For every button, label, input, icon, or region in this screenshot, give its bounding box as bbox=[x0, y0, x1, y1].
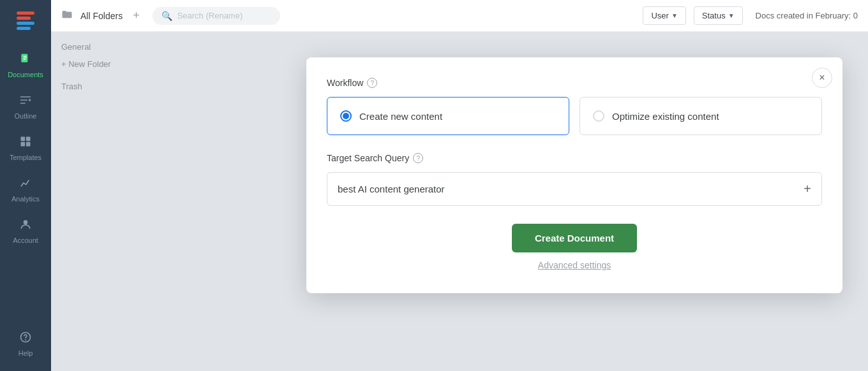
user-filter-button[interactable]: User ▼ bbox=[643, 6, 685, 25]
target-query-label-text: Target Search Query bbox=[327, 153, 409, 163]
outline-icon bbox=[19, 94, 32, 110]
svg-rect-2 bbox=[24, 57, 27, 58]
target-query-help-icon[interactable]: ? bbox=[413, 153, 423, 163]
workflow-field-label: Workflow ? bbox=[327, 78, 822, 88]
user-filter-label: User bbox=[651, 11, 668, 20]
search-query-input[interactable] bbox=[338, 184, 798, 194]
optimize-label: Optimize existing content bbox=[612, 111, 719, 122]
search-query-add-button[interactable]: + bbox=[804, 182, 811, 196]
create-document-button[interactable]: Create Document bbox=[512, 224, 637, 252]
workflow-options: Create new content Optimize existing con… bbox=[327, 97, 822, 135]
svg-point-4 bbox=[29, 99, 31, 101]
status-filter-button[interactable]: Status ▼ bbox=[694, 6, 743, 25]
modal-close-button[interactable]: × bbox=[812, 68, 832, 88]
sidebar-item-templates[interactable]: Templates bbox=[0, 127, 51, 169]
svg-rect-1 bbox=[24, 56, 27, 57]
sidebar-item-templates-label: Templates bbox=[10, 154, 41, 161]
sidebar-item-documents-label: Documents bbox=[8, 71, 43, 78]
advanced-settings-button[interactable]: Advanced settings bbox=[538, 260, 611, 270]
search-query-field[interactable]: + bbox=[327, 172, 822, 206]
topbar: All Folders + 🔍 Search (Rename) User ▼ S… bbox=[51, 0, 868, 32]
modal-actions: Create Document Advanced settings bbox=[327, 224, 822, 270]
sidebar-item-account-label: Account bbox=[13, 236, 38, 244]
svg-rect-7 bbox=[21, 142, 26, 147]
create-content-modal: × Workflow ? Create new content Optimize… bbox=[306, 57, 842, 293]
status-filter-chevron: ▼ bbox=[728, 12, 735, 19]
workflow-label-text: Workflow bbox=[327, 78, 363, 88]
optimize-existing-option[interactable]: Optimize existing content bbox=[580, 97, 822, 135]
svg-rect-3 bbox=[24, 59, 26, 60]
search-placeholder: Search (Rename) bbox=[177, 11, 243, 20]
sidebar-item-analytics[interactable]: Analytics bbox=[0, 169, 51, 210]
sidebar-item-documents[interactable]: Documents bbox=[0, 45, 51, 86]
analytics-icon bbox=[19, 177, 32, 193]
main-area: All Folders + 🔍 Search (Rename) User ▼ S… bbox=[51, 0, 868, 371]
app-logo bbox=[11, 6, 40, 34]
sidebar: Documents Outline Templates Analytics Ac… bbox=[0, 0, 51, 371]
topbar-folder-title: All Folders bbox=[80, 11, 123, 21]
content-area: General + New Folder Trash × Workflow ? … bbox=[51, 32, 868, 371]
add-folder-button[interactable]: + bbox=[133, 9, 140, 22]
search-icon: 🔍 bbox=[161, 11, 172, 21]
svg-rect-5 bbox=[21, 137, 26, 142]
account-icon bbox=[19, 218, 32, 234]
user-filter-chevron: ▼ bbox=[671, 12, 678, 19]
docs-info: Docs created in February: 0 bbox=[756, 11, 858, 20]
sidebar-item-outline-label: Outline bbox=[15, 112, 37, 120]
folder-icon bbox=[61, 9, 73, 23]
optimize-radio bbox=[593, 110, 604, 122]
help-icon bbox=[19, 331, 32, 347]
sidebar-item-analytics-label: Analytics bbox=[11, 195, 40, 203]
create-new-label: Create new content bbox=[359, 111, 442, 122]
sidebar-item-outline[interactable]: Outline bbox=[0, 86, 51, 127]
create-new-content-option[interactable]: Create new content bbox=[327, 97, 569, 135]
svg-point-9 bbox=[24, 220, 28, 224]
target-query-field-label: Target Search Query ? bbox=[327, 153, 822, 163]
create-new-radio bbox=[340, 110, 352, 122]
sidebar-item-help-label: Help bbox=[19, 349, 33, 357]
sidebar-item-account[interactable]: Account bbox=[0, 210, 51, 252]
workflow-help-icon[interactable]: ? bbox=[367, 78, 377, 88]
search-bar[interactable]: 🔍 Search (Rename) bbox=[153, 7, 280, 25]
templates-icon bbox=[19, 135, 32, 151]
status-filter-label: Status bbox=[702, 11, 726, 20]
svg-rect-8 bbox=[26, 142, 31, 147]
documents-icon bbox=[19, 52, 32, 68]
sidebar-item-help[interactable]: Help bbox=[0, 323, 51, 365]
svg-rect-6 bbox=[26, 137, 31, 142]
